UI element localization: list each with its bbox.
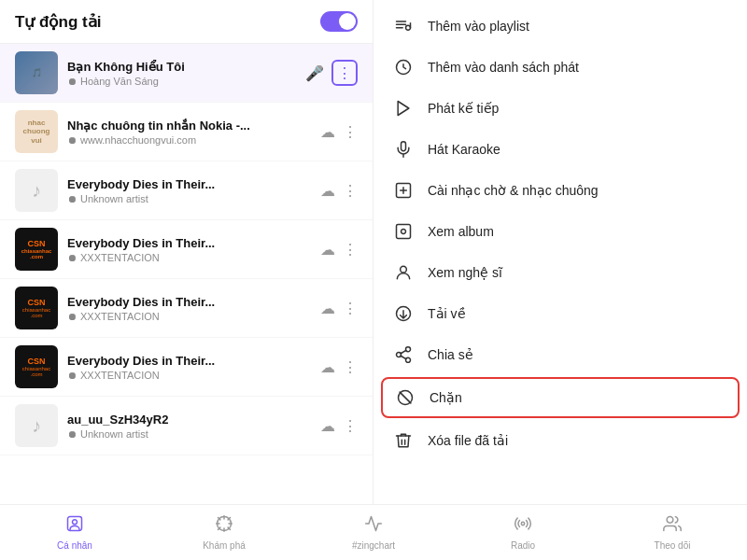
nav-item-radio[interactable]: Radio [448, 514, 598, 551]
more-icon[interactable]: ⋮ [343, 417, 358, 435]
song-name: Everybody Dies in Their... [67, 354, 311, 368]
menu-item-block[interactable]: Chặn [381, 377, 740, 418]
song-artist: ⏺ Unknown artist [67, 193, 311, 204]
bottom-nav: Cá nhân Khám phá #zingchart Radio Theo d… [0, 504, 747, 560]
svg-rect-5 [397, 225, 411, 239]
menu-label-queue: Thêm vào danh sách phát [428, 60, 579, 75]
menu-label-karaoke: Hát Karaoke [428, 142, 500, 157]
svg-point-17 [73, 520, 78, 525]
list-item: 🎵 Bạn Không Hiểu Tôi ⏺ Hoàng Văn Sáng 🎤 … [0, 44, 373, 103]
playlist-icon [392, 15, 415, 37]
menu-label-ringtone: Cài nhạc chờ & nhạc chuông [428, 183, 599, 198]
ringtone-icon [392, 179, 415, 202]
svg-line-13 [401, 350, 406, 353]
song-info: Everybody Dies in Their... ⏺ Unknown art… [67, 177, 311, 204]
cloud-upload-icon[interactable]: ☁ [320, 182, 335, 200]
song-actions: ☁ ⋮ [320, 417, 358, 435]
karaoke-icon [392, 138, 415, 161]
menu-item-queue[interactable]: Thêm vào danh sách phát [374, 47, 747, 88]
menu-item-delete[interactable]: Xóa file đã tải [374, 420, 747, 461]
song-thumbnail: CSN chiasanhac .com [15, 287, 58, 329]
more-button[interactable]: ⋮ [331, 60, 358, 86]
menu-label-block: Chặn [430, 390, 462, 405]
svg-line-15 [400, 392, 411, 403]
auto-download-toggle[interactable] [320, 11, 358, 32]
song-artist: ⏺ XXXTENTACION [67, 370, 311, 381]
menu-label-artist: Xem nghệ sĩ [428, 265, 502, 280]
menu-item-share[interactable]: Chia sẻ [374, 334, 747, 375]
nav-label-personal: Cá nhân [57, 540, 92, 551]
svg-point-20 [667, 517, 673, 524]
nav-label-explore: Khám phá [203, 540, 246, 551]
cloud-upload-icon[interactable]: ☁ [320, 123, 335, 141]
song-artist: ⏺ www.nhacchuongvui.com [67, 134, 311, 146]
more-icon[interactable]: ⋮ [343, 241, 358, 259]
left-header: Tự động tải [0, 0, 373, 44]
song-artist: ⏺ Hoàng Văn Sáng [67, 76, 296, 87]
radio-icon [514, 514, 532, 538]
song-info: au_uu_SzH34yR2 ⏺ Unknown artist [67, 413, 311, 440]
following-icon [663, 514, 682, 538]
list-item: CSN chiasanhac .com Everybody Dies in Th… [0, 338, 373, 397]
song-actions: ☁ ⋮ [320, 182, 358, 200]
menu-label-playlist: Thêm vào playlist [428, 19, 529, 34]
song-info: Nhạc chuông tin nhắn Nokia -... ⏺ www.nh… [67, 119, 311, 146]
song-actions: ☁ ⋮ [320, 123, 358, 141]
more-icon[interactable]: ⋮ [343, 182, 358, 200]
song-actions: ☁ ⋮ [320, 358, 358, 376]
song-artist: ⏺ Unknown artist [67, 428, 311, 440]
more-icon[interactable]: ⋮ [343, 358, 358, 376]
menu-label-delete: Xóa file đã tải [428, 433, 508, 448]
menu-item-playlist[interactable]: Thêm vào playlist [374, 6, 747, 47]
next-icon [392, 97, 415, 119]
list-item: CSN chiasanhac .com Everybody Dies in Th… [0, 220, 373, 279]
song-actions: ☁ ⋮ [320, 241, 358, 259]
song-actions: 🎤 ⋮ [305, 60, 358, 86]
cloud-upload-icon[interactable]: ☁ [320, 300, 335, 317]
cloud-upload-icon[interactable]: ☁ [320, 241, 335, 259]
song-name: Everybody Dies in Their... [67, 236, 311, 250]
song-name: Everybody Dies in Their... [67, 295, 311, 309]
album-icon [392, 220, 415, 243]
menu-item-album[interactable]: Xem album [374, 211, 747, 252]
songs-list: 🎵 Bạn Không Hiểu Tôi ⏺ Hoàng Văn Sáng 🎤 … [0, 44, 373, 504]
cloud-upload-icon[interactable]: ☁ [320, 417, 335, 435]
menu-item-next[interactable]: Phát kế tiếp [374, 88, 747, 129]
explore-icon [215, 514, 233, 538]
song-name: au_uu_SzH34yR2 [67, 413, 311, 427]
more-icon[interactable]: ⋮ [343, 123, 358, 141]
list-item: nhacchuongvui Nhạc chuông tin nhắn Nokia… [0, 103, 373, 161]
left-panel: Tự động tải 🎵 Bạn Không Hiểu Tôi ⏺ Hoàng… [0, 0, 374, 504]
menu-item-download[interactable]: Tải về [374, 293, 747, 334]
song-name: Everybody Dies in Their... [67, 177, 311, 191]
nav-label-zingchart: #zingchart [352, 540, 395, 551]
song-info: Everybody Dies in Their... ⏺ XXXTENTACIO… [67, 354, 311, 381]
song-info: Bạn Không Hiểu Tôi ⏺ Hoàng Văn Sáng [67, 60, 296, 87]
svg-line-12 [401, 356, 406, 358]
song-thumbnail: ♪ [15, 404, 58, 447]
menu-item-ringtone[interactable]: Cài nhạc chờ & nhạc chuông [374, 170, 747, 211]
more-icon[interactable]: ⋮ [343, 300, 358, 317]
nav-item-personal[interactable]: Cá nhân [0, 514, 149, 551]
nav-label-radio: Radio [511, 540, 535, 551]
chart-icon [364, 514, 383, 538]
cloud-upload-icon[interactable]: ☁ [320, 358, 335, 376]
nav-item-zingchart[interactable]: #zingchart [299, 514, 448, 551]
list-item: ♪ Everybody Dies in Their... ⏺ Unknown a… [0, 161, 373, 220]
menu-label-next: Phát kế tiếp [428, 101, 499, 116]
mic-icon[interactable]: 🎤 [305, 64, 324, 82]
song-actions: ☁ ⋮ [320, 300, 358, 317]
song-thumbnail: 🎵 [15, 51, 58, 94]
person-icon [65, 514, 84, 538]
menu-item-artist[interactable]: Xem nghệ sĩ [374, 252, 747, 293]
list-item: ♪ au_uu_SzH34yR2 ⏺ Unknown artist ☁ ⋮ [0, 397, 373, 455]
list-item: CSN chiasanhac .com Everybody Dies in Th… [0, 279, 373, 338]
song-artist: ⏺ XXXTENTACION [67, 252, 311, 263]
menu-item-karaoke[interactable]: Hát Karaoke [374, 129, 747, 170]
song-thumbnail: ♪ [15, 169, 58, 212]
context-menu: Thêm vào playlist Thêm vào danh sách phá… [374, 0, 747, 504]
menu-label-album: Xem album [428, 224, 494, 239]
nav-item-following[interactable]: Theo dõi [598, 514, 747, 551]
song-name: Nhạc chuông tin nhắn Nokia -... [67, 119, 311, 133]
nav-item-explore[interactable]: Khám phá [149, 514, 299, 551]
